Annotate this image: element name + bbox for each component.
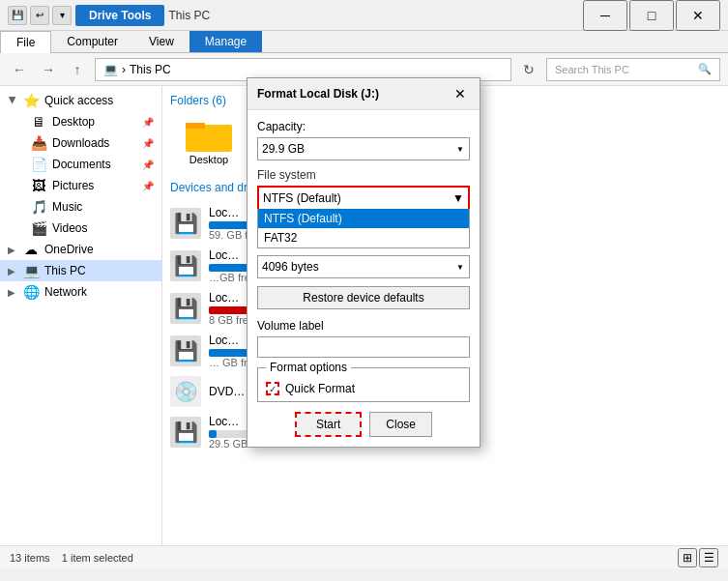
filesystem-current: NTFS (Default)	[263, 191, 341, 205]
format-options-label: Format options	[266, 361, 351, 374]
dialog-body: Capacity: 29.9 GB File system NTFS (Defa…	[248, 110, 480, 447]
filesystem-label: File system	[257, 168, 470, 182]
dialog-buttons: Start Close	[257, 412, 470, 437]
dialog-title: Format Local Disk (J:)	[257, 87, 379, 101]
capacity-select[interactable]: 29.9 GB	[257, 137, 470, 160]
allocation-section: 4096 bytes	[257, 255, 470, 278]
format-dialog: Format Local Disk (J:) ✕ Capacity: 29.9 …	[247, 77, 480, 448]
restore-defaults-button[interactable]: Restore device defaults	[257, 286, 470, 309]
filesystem-dropdown[interactable]: NTFS (Default) ▼ NTFS (Default) FAT32	[257, 186, 470, 209]
dialog-title-bar: Format Local Disk (J:) ✕	[248, 78, 480, 110]
format-options-group: Format options ✓ Quick Format	[257, 367, 470, 402]
allocation-select[interactable]: 4096 bytes	[257, 255, 470, 278]
capacity-select-wrapper: 29.9 GB	[257, 137, 470, 160]
filesystem-option-fat32[interactable]: FAT32	[258, 228, 469, 247]
filesystem-option-ntfs[interactable]: NTFS (Default)	[258, 209, 469, 228]
volume-label: Volume label	[257, 319, 470, 333]
capacity-label: Capacity:	[257, 120, 470, 133]
allocation-select-wrapper: 4096 bytes	[257, 255, 470, 278]
volume-input[interactable]	[257, 336, 470, 358]
quick-format-row: ✓ Quick Format	[266, 382, 461, 395]
close-dialog-button[interactable]: Close	[369, 412, 432, 437]
dialog-overlay: Format Local Disk (J:) ✕ Capacity: 29.9 …	[0, 0, 728, 581]
filesystem-trigger[interactable]: NTFS (Default) ▼	[257, 186, 470, 209]
quick-format-checkbox[interactable]: ✓	[266, 382, 279, 395]
start-button[interactable]: Start	[295, 412, 362, 437]
quick-format-label: Quick Format	[285, 382, 355, 395]
filesystem-dropdown-list: NTFS (Default) FAT32	[257, 209, 470, 248]
dropdown-arrow-icon: ▼	[452, 191, 464, 205]
dialog-close-x[interactable]: ✕	[451, 84, 470, 103]
checkmark-icon: ✓	[269, 384, 277, 394]
